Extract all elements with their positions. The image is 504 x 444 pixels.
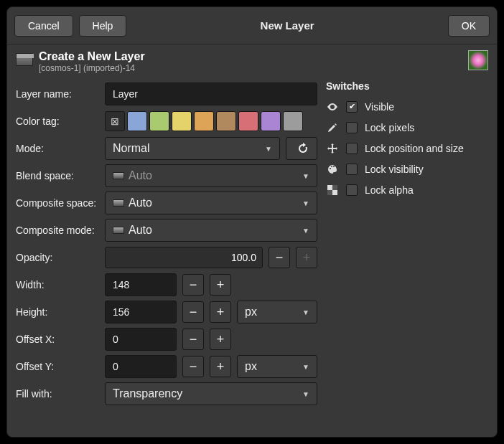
- layer-icon: [113, 199, 124, 207]
- mode-reset-button[interactable]: [286, 137, 317, 160]
- lock-visibility-label: Lock visibility: [365, 164, 424, 175]
- chevron-down-icon: ▼: [302, 227, 309, 235]
- chevron-down-icon: ▼: [265, 145, 272, 153]
- switch-row-lock-position: Lock position and size: [326, 138, 488, 159]
- layer-name-input[interactable]: [105, 82, 317, 105]
- lock-pixels-checkbox[interactable]: [346, 122, 358, 133]
- composite-space-select[interactable]: Auto ▼: [105, 192, 317, 214]
- chevron-down-icon: ▼: [302, 390, 309, 398]
- label-color-tag: Color tag:: [16, 115, 99, 127]
- size-unit-value: px: [245, 306, 257, 318]
- label-layer-name: Layer name:: [16, 88, 99, 100]
- label-height: Height:: [16, 306, 99, 318]
- visible-label: Visible: [365, 101, 394, 113]
- color-tag-swatch[interactable]: [194, 111, 214, 131]
- label-offset-x: Offset X:: [16, 334, 99, 345]
- lock-pixels-label: Lock pixels: [365, 122, 414, 133]
- composite-space-value: Auto: [129, 197, 152, 209]
- offset-y-decrement-button[interactable]: −: [182, 356, 204, 377]
- dialog-header: Create a New Layer [cosmos-1] (imported)…: [16, 50, 488, 73]
- label-offset-y: Offset Y:: [16, 361, 99, 372]
- label-fill-with: Fill with:: [16, 388, 99, 400]
- lock-position-label: Lock position and size: [365, 143, 464, 154]
- offset-x-decrement-button[interactable]: −: [182, 329, 204, 350]
- new-layer-dialog: Cancel Help New Layer OK Create a New La…: [6, 6, 498, 438]
- label-composite-space: Composite space:: [16, 197, 99, 209]
- opacity-increment-button[interactable]: +: [296, 247, 317, 268]
- layer-icon: [113, 227, 124, 234]
- color-tag-swatch[interactable]: [283, 111, 303, 131]
- header-subtitle: [cosmos-1] (imported)-14: [39, 63, 145, 73]
- label-mode: Mode:: [16, 143, 99, 154]
- offset-x-input[interactable]: [105, 328, 177, 351]
- opacity-slider[interactable]: 100.0: [105, 247, 263, 268]
- dialog-title: New Layer: [132, 19, 442, 32]
- color-tag-swatch[interactable]: [127, 111, 147, 131]
- color-tag-none[interactable]: ⊠: [105, 111, 125, 131]
- switch-row-lock-alpha: Lock alpha: [326, 179, 488, 200]
- offset-y-increment-button[interactable]: +: [210, 356, 231, 377]
- label-composite-mode: Composite mode:: [16, 225, 99, 236]
- visible-checkbox[interactable]: [346, 101, 358, 113]
- color-tag-swatch[interactable]: [238, 111, 258, 131]
- titlebar: Cancel Help New Layer OK: [7, 7, 497, 44]
- svg-rect-1: [327, 185, 332, 190]
- fill-with-value: Transparency: [113, 387, 182, 400]
- eye-icon: [326, 100, 339, 113]
- layer-icon: [113, 172, 124, 179]
- width-increment-button[interactable]: +: [210, 274, 231, 296]
- composite-mode-value: Auto: [129, 224, 152, 237]
- offset-x-increment-button[interactable]: +: [210, 329, 231, 350]
- chevron-down-icon: ▼: [302, 172, 309, 180]
- offset-unit-value: px: [245, 360, 257, 373]
- chevron-down-icon: ▼: [302, 363, 309, 371]
- label-width: Width:: [16, 279, 99, 291]
- color-tag-swatch[interactable]: [216, 111, 236, 131]
- header-title: Create a New Layer: [39, 50, 145, 63]
- switches-title: Switches: [326, 80, 488, 92]
- width-input[interactable]: [105, 273, 177, 296]
- chevron-down-icon: ▼: [302, 199, 309, 207]
- checker-icon: [326, 184, 339, 197]
- cancel-button[interactable]: Cancel: [14, 15, 73, 37]
- layer-icon: [16, 53, 33, 66]
- size-unit-select[interactable]: px ▼: [237, 301, 317, 323]
- fill-with-select[interactable]: Transparency ▼: [105, 382, 317, 405]
- ok-button[interactable]: OK: [448, 15, 490, 37]
- mode-select[interactable]: Normal ▼: [105, 137, 280, 160]
- lock-visibility-checkbox[interactable]: [346, 164, 358, 175]
- width-decrement-button[interactable]: −: [182, 274, 204, 296]
- offset-y-input[interactable]: [105, 355, 177, 378]
- color-tag-group: ⊠: [105, 111, 303, 131]
- mode-select-value: Normal: [113, 142, 150, 155]
- height-increment-button[interactable]: +: [210, 301, 231, 323]
- switch-row-lock-visibility: Lock visibility: [326, 159, 488, 179]
- image-preview-thumb: [468, 50, 488, 70]
- help-button[interactable]: Help: [79, 15, 127, 37]
- label-opacity: Opacity:: [16, 252, 99, 263]
- color-tag-swatch[interactable]: [261, 111, 281, 131]
- svg-rect-2: [332, 190, 337, 195]
- label-blend-space: Blend space:: [16, 170, 99, 181]
- switch-row-lock-pixels: Lock pixels: [326, 117, 488, 138]
- opacity-value: 100.0: [231, 252, 256, 263]
- color-tag-swatch[interactable]: [172, 111, 192, 131]
- composite-mode-select[interactable]: Auto ▼: [105, 219, 317, 242]
- chevron-down-icon: ▼: [302, 308, 309, 316]
- lock-position-checkbox[interactable]: [346, 143, 358, 154]
- brush-icon: [326, 121, 339, 134]
- blend-space-select[interactable]: Auto ▼: [105, 164, 317, 187]
- reset-icon: [294, 143, 309, 154]
- offset-unit-select[interactable]: px ▼: [237, 355, 317, 378]
- move-icon: [326, 142, 339, 155]
- lock-alpha-label: Lock alpha: [365, 184, 414, 196]
- switch-row-visible: Visible: [326, 96, 488, 117]
- color-tag-swatch[interactable]: [149, 111, 169, 131]
- height-decrement-button[interactable]: −: [182, 301, 204, 323]
- lock-alpha-checkbox[interactable]: [346, 184, 358, 196]
- palette-icon: [326, 163, 339, 176]
- opacity-decrement-button[interactable]: −: [269, 247, 290, 268]
- blend-space-value: Auto: [129, 169, 152, 182]
- height-input[interactable]: [105, 301, 177, 323]
